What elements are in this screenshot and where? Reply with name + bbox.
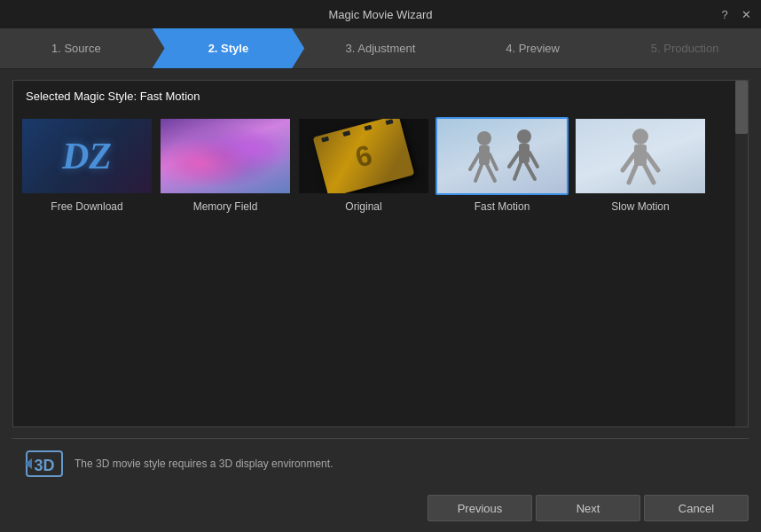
thumb-fast-motion-bg bbox=[437, 119, 567, 193]
svg-line-9 bbox=[530, 153, 537, 167]
thumb-free-download-bg: DZ bbox=[22, 119, 152, 193]
svg-line-2 bbox=[470, 154, 479, 169]
svg-rect-7 bbox=[519, 144, 530, 163]
svg-line-14 bbox=[623, 154, 634, 170]
thumb-memory-field-bg bbox=[161, 119, 290, 193]
style-original[interactable]: 6 Original bbox=[297, 117, 430, 213]
style-slow-motion[interactable]: Slow Motion bbox=[574, 117, 707, 213]
thumb-original-bg: 6 bbox=[299, 119, 428, 193]
3d-icon: 3D bbox=[25, 448, 64, 480]
svg-point-12 bbox=[632, 129, 648, 145]
style-fast-motion[interactable]: Fast Motion bbox=[435, 117, 569, 213]
thumb-free-download-label: Free Download bbox=[51, 200, 122, 213]
thumb-original-label: Original bbox=[345, 200, 381, 213]
style-memory-field[interactable]: Memory Field bbox=[159, 117, 292, 213]
thumb-fast-motion-box bbox=[435, 117, 569, 195]
title-controls: ? ✕ bbox=[717, 6, 754, 22]
thumb-original-box: 6 bbox=[297, 117, 430, 195]
film-hole bbox=[364, 125, 372, 131]
step-style[interactable]: 2. Style bbox=[153, 28, 305, 68]
info-text: The 3D movie style requires a 3D display… bbox=[75, 458, 333, 470]
scrollbar-track[interactable] bbox=[735, 81, 748, 426]
thumb-free-download-box: DZ bbox=[20, 117, 153, 195]
selected-style-label: Selected Magic Style: Fast Motion bbox=[13, 81, 748, 110]
help-button[interactable]: ? bbox=[717, 6, 733, 22]
close-button[interactable]: ✕ bbox=[738, 6, 754, 22]
svg-line-17 bbox=[645, 166, 654, 183]
thumb-fast-motion-label: Fast Motion bbox=[475, 200, 530, 213]
thumb-memory-field-label: Memory Field bbox=[193, 200, 258, 213]
svg-line-4 bbox=[475, 165, 482, 181]
fast-motion-svg bbox=[440, 121, 564, 192]
svg-text:3D: 3D bbox=[34, 457, 54, 474]
svg-line-11 bbox=[526, 163, 535, 179]
svg-line-10 bbox=[514, 163, 521, 179]
window-title: Magic Movie Wizard bbox=[328, 8, 432, 21]
svg-line-5 bbox=[487, 165, 495, 181]
svg-rect-1 bbox=[479, 145, 490, 165]
svg-line-3 bbox=[490, 154, 497, 169]
step-preview[interactable]: 4. Preview bbox=[457, 28, 609, 68]
scrollbar-thumb[interactable] bbox=[735, 81, 748, 134]
step-source[interactable]: 1. Source bbox=[0, 28, 153, 68]
main-content: Selected Magic Style: Fast Motion DZ Fre… bbox=[12, 80, 749, 427]
cancel-button[interactable]: Cancel bbox=[644, 495, 749, 521]
thumb-slow-motion-label: Slow Motion bbox=[611, 200, 669, 213]
svg-point-0 bbox=[477, 131, 491, 145]
film-number: 6 bbox=[352, 138, 376, 174]
thumb-memory-field-box bbox=[159, 117, 292, 195]
film-hole bbox=[385, 119, 393, 125]
thumb-slow-motion-bg bbox=[576, 119, 705, 193]
film-hole bbox=[342, 130, 350, 137]
previous-button[interactable]: Previous bbox=[428, 495, 532, 521]
next-button[interactable]: Next bbox=[536, 495, 640, 521]
step-adjustment[interactable]: 3. Adjustment bbox=[304, 28, 457, 68]
svg-line-16 bbox=[629, 166, 636, 183]
svg-point-6 bbox=[517, 129, 531, 144]
thumbnails-area: DZ Free Download Memory Field bbox=[13, 110, 748, 220]
dz-logo: DZ bbox=[62, 135, 112, 177]
footer: Previous Next Cancel bbox=[0, 488, 761, 528]
wizard-steps: 1. Source 2. Style 3. Adjustment 4. Prev… bbox=[0, 28, 761, 69]
slow-motion-svg bbox=[578, 121, 702, 192]
thumb-slow-motion-box bbox=[574, 117, 707, 195]
film-hole bbox=[321, 137, 329, 143]
film-strip: 6 bbox=[313, 119, 415, 193]
step-production: 5. Production bbox=[608, 28, 761, 68]
svg-line-8 bbox=[509, 153, 519, 167]
style-free-download[interactable]: DZ Free Download bbox=[20, 117, 153, 213]
title-bar: Magic Movie Wizard ? ✕ bbox=[0, 0, 761, 28]
info-bar: 3D The 3D movie style requires a 3D disp… bbox=[12, 438, 749, 488]
flowers-overlay bbox=[161, 119, 290, 193]
